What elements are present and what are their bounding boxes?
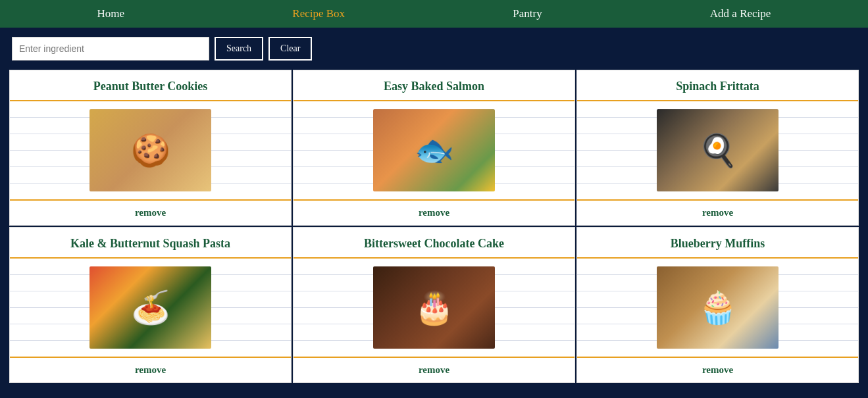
- remove-button[interactable]: remove: [577, 199, 858, 225]
- recipe-card[interactable]: Spinach Frittata🍳remove: [576, 70, 859, 226]
- recipe-title: Blueberry Muffins: [577, 228, 858, 259]
- recipe-image: 🍳: [657, 109, 779, 191]
- recipe-image-area: 🍝: [10, 259, 291, 357]
- remove-button[interactable]: remove: [294, 199, 574, 225]
- recipe-grid: Peanut Butter Cookies🍪removeEasy Baked S…: [0, 70, 868, 392]
- main-nav: Home Recipe Box Pantry Add a Recipe: [0, 0, 868, 28]
- recipe-image: 🐟: [373, 109, 495, 191]
- recipe-image-area: 🧁: [577, 259, 858, 357]
- recipe-card[interactable]: Easy Baked Salmon🐟remove: [293, 70, 575, 226]
- recipe-image-area: 🍪: [10, 101, 291, 199]
- recipe-title: Bittersweet Chocolate Cake: [294, 228, 574, 259]
- nav-recipe-box[interactable]: Recipe Box: [292, 7, 345, 20]
- nav-pantry[interactable]: Pantry: [513, 7, 542, 20]
- remove-button[interactable]: remove: [10, 199, 291, 225]
- recipe-image: 🍪: [89, 109, 211, 191]
- search-input[interactable]: [12, 37, 209, 61]
- clear-button[interactable]: Clear: [268, 37, 312, 61]
- recipe-card[interactable]: Kale & Butternut Squash Pasta🍝remove: [9, 227, 292, 383]
- remove-button[interactable]: remove: [10, 357, 291, 382]
- recipe-image-area: 🍳: [577, 101, 858, 199]
- recipe-image-area: 🎂: [294, 259, 574, 357]
- recipe-title: Peanut Butter Cookies: [10, 70, 291, 101]
- remove-button[interactable]: remove: [577, 357, 858, 382]
- recipe-image-area: 🐟: [294, 101, 574, 199]
- recipe-image: 🍝: [89, 266, 211, 349]
- recipe-image: 🎂: [373, 266, 495, 349]
- recipe-image: 🧁: [657, 266, 779, 349]
- search-bar: Search Clear: [0, 28, 868, 70]
- nav-add-recipe[interactable]: Add a Recipe: [710, 7, 771, 20]
- recipe-title: Kale & Butternut Squash Pasta: [10, 228, 291, 259]
- search-button[interactable]: Search: [215, 37, 263, 61]
- recipe-card[interactable]: Bittersweet Chocolate Cake🎂remove: [293, 227, 575, 383]
- remove-button[interactable]: remove: [294, 357, 574, 382]
- recipe-title: Spinach Frittata: [577, 70, 858, 101]
- recipe-card[interactable]: Blueberry Muffins🧁remove: [576, 227, 859, 383]
- recipe-title: Easy Baked Salmon: [294, 70, 574, 101]
- recipe-card[interactable]: Peanut Butter Cookies🍪remove: [9, 70, 292, 226]
- nav-home[interactable]: Home: [97, 7, 125, 20]
